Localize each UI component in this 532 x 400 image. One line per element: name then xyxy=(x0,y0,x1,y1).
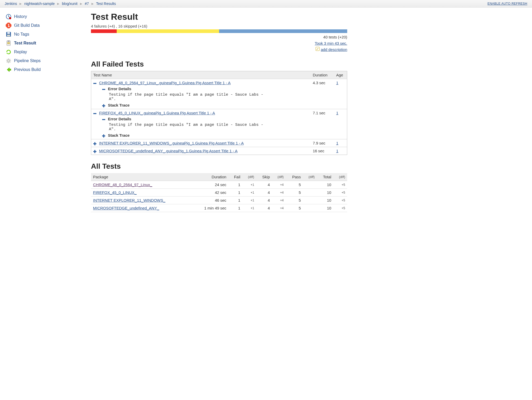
sidebar-item-history[interactable]: History xyxy=(5,12,86,21)
failed-test-row: INTERNET EXPLORER_11_WINDOWS_.guineaPig_… xyxy=(91,139,347,147)
svg-rect-9 xyxy=(8,41,10,42)
svg-rect-18 xyxy=(93,113,96,114)
breadcrumb-separator: ▶ xyxy=(91,2,94,5)
col-pass: Pass xyxy=(286,173,303,181)
svg-rect-11 xyxy=(7,43,10,44)
breadcrumb-separator: ▶ xyxy=(80,2,82,5)
edit-icon xyxy=(316,47,320,53)
failed-test-row: FIREFOX_45_0_LINUX_.guineaPig_1.Guinea P… xyxy=(91,109,347,139)
collapse-icon[interactable] xyxy=(102,117,106,121)
failed-test-link[interactable]: INTERNET EXPLORER_11_WINDOWS_.guineaPig_… xyxy=(99,141,244,145)
col-age: Age xyxy=(334,71,347,79)
all-tests-row: FIREFOX_45_0_LINUX_42 sec1+14+4510+5 xyxy=(91,189,347,196)
package-link[interactable]: INTERNET EXPLORER_11_WINDOWS_ xyxy=(93,198,165,202)
arrow-left-icon xyxy=(6,67,11,73)
breadcrumb-separator: ▶ xyxy=(19,2,22,5)
breadcrumb-item[interactable]: #7 xyxy=(85,2,89,6)
sidebar-item-label: No Tags xyxy=(14,32,29,37)
breadcrumb-item[interactable]: nightwatch-sample xyxy=(24,2,55,6)
svg-rect-19 xyxy=(102,119,105,120)
breadcrumb-item[interactable]: Test Results xyxy=(96,2,116,6)
summary-line: 4 failures (+4) , 16 skipped (+16) xyxy=(91,24,347,28)
svg-point-1 xyxy=(9,17,11,19)
duration-link[interactable]: Took 3 min 43 sec. xyxy=(315,41,347,45)
sidebar-item-pipeline-steps[interactable]: Pipeline Steps xyxy=(5,56,86,65)
tests-total: 40 tests (+20) xyxy=(91,34,347,40)
sidebar-item-label: Pipeline Steps xyxy=(14,58,41,63)
sidebar-item-label: History xyxy=(14,14,27,19)
col-total: Total xyxy=(317,173,333,181)
breadcrumb: Jenkins▶nightwatch-sample▶blog/xunit▶#7▶… xyxy=(5,2,116,6)
failed-test-row: MICROSOFTEDGE_undefined_ANY_.guineaPig_1… xyxy=(91,147,347,155)
sidebar-item-label: Previous Build xyxy=(14,67,41,72)
failed-tests-table: Test Name Duration Age CHROME_48_0_2564_… xyxy=(91,71,347,155)
breadcrumb-item[interactable]: blog/xunit xyxy=(62,2,77,6)
expand-icon[interactable] xyxy=(102,104,106,107)
failed-test-row: CHROME_48_0_2564_97_Linux_.guineaPig_1.G… xyxy=(91,79,347,109)
failed-test-duration: 7.1 sec xyxy=(311,109,334,139)
stack-trace-label: Stack Trace xyxy=(108,103,129,107)
history-icon xyxy=(6,14,11,19)
all-tests-row: MICROSOFTEDGE_undefined_ANY_1 min 49 sec… xyxy=(91,204,347,212)
sidebar-item-replay[interactable]: Replay xyxy=(5,48,86,56)
error-details-label: Error Details xyxy=(108,87,131,91)
svg-rect-21 xyxy=(102,135,105,136)
sidebar-item-label: Replay xyxy=(14,50,27,54)
clipboard-icon xyxy=(6,40,11,46)
expand-icon[interactable] xyxy=(93,142,97,145)
sidebar-item-test-result[interactable]: Test Result xyxy=(5,39,86,48)
main-content: Test Result 4 failures (+4) , 16 skipped… xyxy=(88,8,353,222)
failed-test-link[interactable]: MICROSOFTEDGE_undefined_ANY_.guineaPig_1… xyxy=(99,149,238,153)
enable-auto-refresh-link[interactable]: ENABLE AUTO REFRESH xyxy=(488,2,527,5)
progress-fail-segment xyxy=(91,29,117,33)
breadcrumb-item[interactable]: Jenkins xyxy=(5,2,17,6)
svg-rect-10 xyxy=(7,42,10,43)
save-icon xyxy=(6,31,11,37)
package-link[interactable]: MICROSOFTEDGE_undefined_ANY_ xyxy=(93,206,159,210)
col-test-name: Test Name xyxy=(91,71,311,79)
failed-test-age-link[interactable]: 1 xyxy=(336,141,338,145)
col-pass-diff: (diff) xyxy=(303,173,317,181)
all-tests-heading: All Tests xyxy=(91,162,347,171)
expand-icon[interactable] xyxy=(102,134,106,137)
expand-icon[interactable] xyxy=(93,149,97,153)
col-duration2: Duration xyxy=(193,173,228,181)
svg-rect-17 xyxy=(102,105,105,106)
progress-skip-segment xyxy=(117,29,219,33)
package-link[interactable]: FIREFOX_45_0_LINUX_ xyxy=(93,190,137,195)
collapse-icon[interactable] xyxy=(93,112,97,115)
svg-point-12 xyxy=(8,60,10,62)
svg-rect-15 xyxy=(102,89,105,90)
col-package: Package xyxy=(91,173,193,181)
breadcrumb-bar: Jenkins▶nightwatch-sample▶blog/xunit▶#7▶… xyxy=(0,0,532,8)
svg-rect-25 xyxy=(93,151,96,152)
summary-meta: 40 tests (+20) Took 3 min 43 sec. add de… xyxy=(91,34,347,53)
col-duration: Duration xyxy=(311,71,334,79)
stack-trace-label: Stack Trace xyxy=(108,133,129,137)
col-total-diff: (diff) xyxy=(333,173,347,181)
failed-test-age-link[interactable]: 1 xyxy=(336,111,338,115)
git-icon xyxy=(6,23,11,28)
error-message: Testing if the page title equals "I am a… xyxy=(102,121,271,133)
failed-test-age-link[interactable]: 1 xyxy=(336,81,338,85)
failed-test-link[interactable]: FIREFOX_45_0_LINUX_.guineaPig_1.Guinea P… xyxy=(99,111,215,115)
failed-test-age-link[interactable]: 1 xyxy=(336,149,338,153)
col-skip-diff: (diff) xyxy=(272,173,286,181)
all-tests-row: INTERNET EXPLORER_11_WINDOWS_46 sec1+14+… xyxy=(91,196,347,204)
progress-pass-segment xyxy=(219,29,347,33)
svg-rect-14 xyxy=(93,83,96,84)
add-description-link[interactable]: add description xyxy=(321,47,347,53)
sidebar-item-no-tags[interactable]: No Tags xyxy=(5,30,86,39)
sidebar-item-previous-build[interactable]: Previous Build xyxy=(5,65,86,74)
result-progress-bar xyxy=(91,29,347,33)
failed-test-duration: 4.3 sec xyxy=(311,79,334,109)
collapse-icon[interactable] xyxy=(102,87,106,91)
col-fail: Fail xyxy=(228,173,242,181)
page-title: Test Result xyxy=(91,12,347,22)
col-fail-diff: (diff) xyxy=(242,173,256,181)
failed-test-link[interactable]: CHROME_48_0_2564_97_Linux_.guineaPig_1.G… xyxy=(99,81,231,85)
package-link[interactable]: CHROME_48_0_2564_97_Linux_ xyxy=(93,182,152,187)
collapse-icon[interactable] xyxy=(93,81,97,85)
svg-rect-23 xyxy=(93,143,96,144)
sidebar-item-git-build-data[interactable]: Git Build Data xyxy=(5,21,86,30)
